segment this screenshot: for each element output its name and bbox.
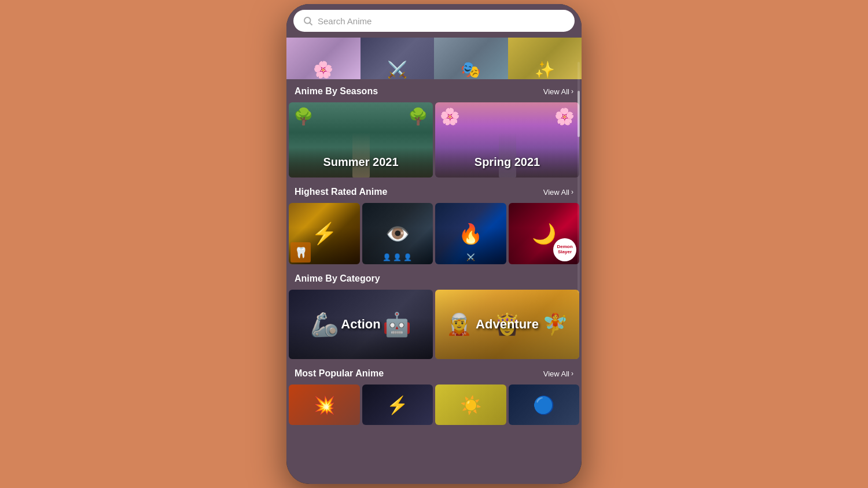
phone-device: Search Anime 🌸 ⚔️ 🎭 ✨ Anime By Seasons V… xyxy=(286,4,582,484)
road-line-spring xyxy=(499,132,516,178)
ds-character-row: 👤 👤 👤 xyxy=(382,253,412,261)
svg-point-0 xyxy=(304,17,311,24)
most-popular-anime-strip: 💥 ⚡ ☀️ 🔵 xyxy=(286,385,582,425)
road-line-summer xyxy=(352,132,370,178)
highest-rated-view-all-button[interactable]: View All › xyxy=(543,188,573,197)
seasons-view-all-label: View All xyxy=(543,87,569,96)
kny-characters: ⚔️ xyxy=(437,253,505,261)
tree-right-summer: 🌳 xyxy=(408,107,428,126)
banner-item-2[interactable]: ⚔️ xyxy=(361,38,435,79)
popular-anime-card-2[interactable]: ⚡ xyxy=(362,385,433,425)
seasons-section-header: Anime By Seasons View All › xyxy=(286,79,582,102)
highest-rated-title: Highest Rated Anime xyxy=(295,187,387,197)
search-input-placeholder: Search Anime xyxy=(318,16,372,26)
demon-slayer-badge: DemonSlayer xyxy=(553,238,576,261)
most-popular-title: Most Popular Anime xyxy=(295,368,384,379)
popular-anime-card-4[interactable]: 🔵 xyxy=(509,385,580,425)
tree-left-spring: 🌸 xyxy=(440,107,460,126)
popular-anime-card-1[interactable]: 💥 xyxy=(289,385,360,425)
search-bar-container: Search Anime xyxy=(286,4,582,38)
season-card-spring[interactable]: 🌸 🌸 Spring 2021 xyxy=(435,102,579,178)
highest-rated-section-header: Highest Rated Anime View All › xyxy=(286,180,582,203)
highest-rated-anime-row: ⚡ 🦷 👁️ 👤 👤 👤 🔥 ⚔️ xyxy=(286,203,582,267)
search-icon xyxy=(303,16,313,26)
seasons-chevron-right-icon: › xyxy=(571,87,573,95)
spring-2021-label: Spring 2021 xyxy=(475,156,540,169)
anime-card-ds-dark[interactable]: 👁️ 👤 👤 👤 xyxy=(362,203,433,264)
seasons-row: 🌳 🌳 Summer 2021 🌸 🌸 Spring 2021 xyxy=(286,102,582,180)
banner-item-1[interactable]: 🌸 xyxy=(286,38,361,79)
most-popular-chevron-right-icon: › xyxy=(571,369,573,378)
category-title: Anime By Category xyxy=(295,273,380,284)
search-bar[interactable]: Search Anime xyxy=(293,10,575,32)
action-label: Action xyxy=(341,317,380,332)
category-row: 🦾 🤖 Action 🧝 👸 🧚 Adventure xyxy=(286,290,582,361)
seasons-title: Anime By Seasons xyxy=(295,86,378,97)
scrollbar-track[interactable] xyxy=(578,62,580,293)
popular-figure-4: 🔵 xyxy=(509,385,580,425)
popular-figure-2: ⚡ xyxy=(362,385,433,425)
app-screen: Search Anime 🌸 ⚔️ 🎭 ✨ Anime By Seasons V… xyxy=(286,4,582,484)
banner-item-4[interactable]: ✨ xyxy=(508,38,582,79)
banner-figure-3: 🎭 xyxy=(461,60,481,79)
highest-rated-chevron-right-icon: › xyxy=(571,188,573,196)
popular-figure-1: 💥 xyxy=(289,385,360,425)
popular-anime-card-3[interactable]: ☀️ xyxy=(435,385,506,425)
tree-right-spring: 🌸 xyxy=(554,107,575,126)
banner-figure-4: ✨ xyxy=(535,60,555,79)
aot-icon: 🦷 xyxy=(290,242,311,263)
banner-figure-1: 🌸 xyxy=(313,60,333,79)
top-banner-strip: 🌸 ⚔️ 🎭 ✨ xyxy=(286,38,582,79)
anime-card-aot[interactable]: ⚡ 🦷 xyxy=(289,203,360,264)
highest-rated-view-all-label: View All xyxy=(543,188,569,197)
most-popular-view-all-label: View All xyxy=(543,369,569,378)
category-section-header: Anime By Category xyxy=(286,267,582,290)
tree-left-summer: 🌳 xyxy=(293,107,314,126)
season-card-summer[interactable]: 🌳 🌳 Summer 2021 xyxy=(289,102,433,178)
popular-figure-3: ☀️ xyxy=(435,385,506,425)
category-card-action[interactable]: 🦾 🤖 Action xyxy=(289,290,433,359)
scrollbar-thumb[interactable] xyxy=(578,91,580,137)
most-popular-view-all-button[interactable]: View All › xyxy=(543,369,573,378)
svg-line-1 xyxy=(310,23,312,25)
anime-card-kny-blue[interactable]: 🔥 ⚔️ xyxy=(435,203,506,264)
anime-card-ds-red[interactable]: 🌙 DemonSlayer xyxy=(509,203,580,264)
category-card-adventure[interactable]: 🧝 👸 🧚 Adventure xyxy=(435,290,579,359)
summer-2021-label: Summer 2021 xyxy=(323,156,398,169)
adventure-label: Adventure xyxy=(476,317,539,332)
seasons-view-all-button[interactable]: View All › xyxy=(543,87,573,96)
banner-figure-2: ⚔️ xyxy=(387,60,407,79)
most-popular-section-header: Most Popular Anime View All › xyxy=(286,361,582,385)
banner-item-3[interactable]: 🎭 xyxy=(434,38,508,79)
